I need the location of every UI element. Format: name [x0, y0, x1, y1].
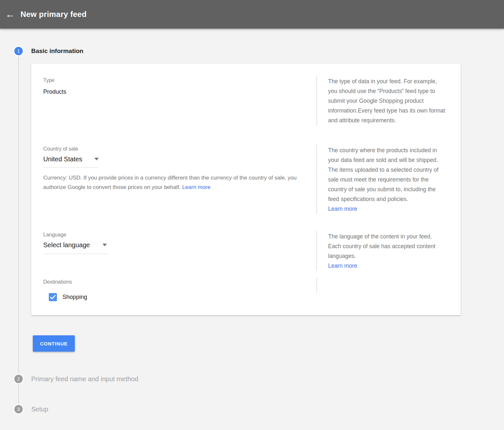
language-learn-more-link[interactable]: Learn more [328, 261, 357, 271]
shopping-checkbox[interactable] [49, 293, 57, 301]
type-label: Type [43, 77, 316, 84]
country-row: Country of sale United States Currency: … [31, 144, 461, 231]
country-select[interactable]: United States [43, 155, 99, 168]
app-bar: ← New primary feed [0, 0, 504, 29]
language-label: Language [43, 232, 316, 238]
new-primary-feed-page: ← New primary feed 1 Basic information T… [0, 0, 504, 430]
stepper-connector-line [18, 51, 19, 409]
destinations-label: Destinations [43, 279, 316, 285]
country-select-value: United States [43, 155, 82, 163]
currency-note: Currency: USD. If you provide prices in … [43, 173, 300, 192]
step-1-circle[interactable]: 1 [13, 46, 24, 56]
step-3-circle[interactable]: 3 [13, 404, 24, 414]
step-2-label[interactable]: Primary feed name and input method [31, 375, 138, 383]
checkmark-icon [50, 295, 56, 300]
chevron-down-icon [102, 244, 107, 246]
page-title: New primary feed [20, 10, 86, 19]
destinations-help-divider [316, 277, 448, 293]
country-help: The country where the products included … [316, 144, 448, 214]
chevron-down-icon [94, 158, 99, 160]
currency-learn-more-link[interactable]: Learn more [182, 184, 210, 190]
language-select-value: Select language [43, 241, 90, 249]
type-value: Products [43, 88, 316, 95]
country-learn-more-link[interactable]: Learn more [328, 204, 357, 214]
currency-note-text: Currency: USD. If you provide prices in … [43, 175, 297, 190]
step-3-label[interactable]: Setup [31, 405, 48, 413]
shopping-checkbox-label: Shopping [62, 294, 87, 301]
type-help-text: The type of data in your feed. For examp… [316, 75, 448, 125]
country-help-text: The country where the products included … [328, 147, 439, 202]
step-1-label[interactable]: Basic information [31, 47, 83, 55]
language-help-text: The language of the content in your feed… [328, 233, 435, 259]
language-help: The language of the content in your feed… [316, 231, 448, 271]
country-label: Country of sale [43, 146, 316, 152]
type-row: Type Products The type of data in your f… [31, 75, 461, 144]
step-2-circle[interactable]: 2 [13, 374, 24, 384]
basic-information-card: Type Products The type of data in your f… [31, 64, 461, 315]
destinations-row: Destinations Shopping [31, 277, 461, 315]
continue-button[interactable]: CONTINUE [33, 335, 75, 352]
language-row: Language Select language The language of… [31, 231, 461, 277]
back-arrow-icon[interactable]: ← [5, 9, 18, 19]
destination-shopping-option[interactable]: Shopping [49, 293, 316, 301]
language-select[interactable]: Select language [43, 241, 107, 254]
